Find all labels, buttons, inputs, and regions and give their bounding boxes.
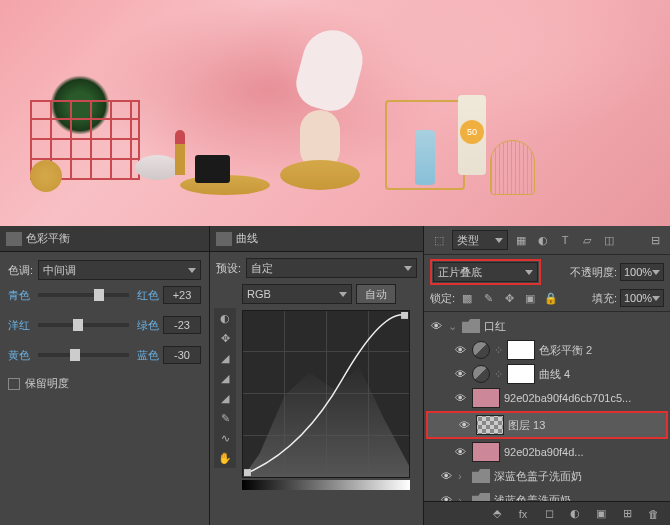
preset-select[interactable]: 自定 xyxy=(246,258,417,278)
filter-type-icon[interactable]: T xyxy=(556,232,574,248)
layer-group-row[interactable]: 👁 ⌄ 口红 xyxy=(424,314,670,338)
slider-right-label: 蓝色 xyxy=(133,348,159,363)
preset-label: 预设: xyxy=(216,261,246,276)
layer-row[interactable]: 👁 ⁘ 曲线 4 xyxy=(424,362,670,386)
chevron-down-icon xyxy=(188,268,196,273)
visibility-toggle[interactable]: 👁 xyxy=(428,320,444,332)
balance-slider[interactable] xyxy=(38,353,129,357)
adjustment-icon xyxy=(472,341,490,359)
balance-slider[interactable] xyxy=(38,323,129,327)
kind-select[interactable]: 类型 xyxy=(452,230,508,250)
new-layer-icon[interactable]: ⊞ xyxy=(618,506,636,522)
curves-icon xyxy=(216,232,232,246)
sample-tool[interactable]: ✥ xyxy=(214,328,236,348)
slider-value-input[interactable]: -23 xyxy=(163,316,201,334)
expand-icon[interactable]: › xyxy=(458,470,468,482)
layer-thumbnail[interactable] xyxy=(476,415,504,435)
pencil-tool[interactable]: ✎ xyxy=(214,408,236,428)
black-point-tool[interactable]: ◢ xyxy=(214,348,236,368)
lock-label: 锁定: xyxy=(430,291,455,306)
layer-list[interactable]: 👁 ⌄ 口红 👁 ⁘ 色彩平衡 2 👁 ⁘ 曲线 4 👁 92e02ba90f4… xyxy=(424,312,670,525)
layer-group-row[interactable]: 👁 › 深蓝色盖子洗面奶 xyxy=(424,464,670,488)
layer-name[interactable]: 图层 13 xyxy=(508,418,545,433)
link-layers-icon[interactable]: ⬘ xyxy=(488,506,506,522)
fill-input[interactable]: 100% xyxy=(620,289,664,307)
layer-name[interactable]: 曲线 4 xyxy=(539,367,570,382)
layer-name[interactable]: 92e02ba90f4d... xyxy=(504,446,584,458)
layer-style-icon[interactable]: fx xyxy=(514,506,532,522)
slider-value-input[interactable]: +23 xyxy=(163,286,201,304)
target-adjust-tool[interactable]: ◐ xyxy=(214,308,236,328)
filter-toggle[interactable]: ⊟ xyxy=(646,232,664,248)
curve-graph[interactable] xyxy=(242,310,410,478)
smooth-tool[interactable]: ∿ xyxy=(214,428,236,448)
tone-select[interactable]: 中间调 xyxy=(38,260,201,280)
filter-smart-icon[interactable]: ◫ xyxy=(600,232,618,248)
slider-left-label: 青色 xyxy=(8,288,34,303)
balance-slider[interactable] xyxy=(38,293,129,297)
layer-thumbnail[interactable] xyxy=(472,388,500,408)
hand-tool[interactable]: ✋ xyxy=(214,448,236,468)
balance-slider-row: 青色 红色 +23 xyxy=(8,286,201,304)
preserve-luminosity-checkbox[interactable]: 保留明度 xyxy=(8,376,201,391)
kind-filter-icon[interactable]: ⬚ xyxy=(430,232,448,248)
slider-left-label: 洋红 xyxy=(8,318,34,333)
sunscreen-label: 50 xyxy=(460,120,484,144)
layer-mask-icon[interactable]: ◻ xyxy=(540,506,558,522)
layer-row[interactable]: 👁 92e02ba90f4d... xyxy=(424,440,670,464)
gray-point-tool[interactable]: ◢ xyxy=(214,368,236,388)
lock-position-icon[interactable]: ✥ xyxy=(500,290,518,306)
lipstick-box-graphic xyxy=(195,155,230,183)
mask-thumbnail[interactable] xyxy=(507,340,535,360)
visibility-toggle[interactable]: 👁 xyxy=(456,419,472,431)
filter-adjust-icon[interactable]: ◐ xyxy=(534,232,552,248)
color-balance-panel: 色彩平衡 色调: 中间调 青色 红色 +23 洋红 绿色 -23 黄色 蓝色 -… xyxy=(0,226,210,525)
layer-name[interactable]: 92e02ba90f4d6cb701c5... xyxy=(504,392,631,404)
layer-row[interactable]: 👁 92e02ba90f4d6cb701c5... xyxy=(424,386,670,410)
bottle-graphic xyxy=(415,130,435,185)
layer-name[interactable]: 色彩平衡 2 xyxy=(539,343,592,358)
visibility-toggle[interactable]: 👁 xyxy=(452,446,468,458)
opacity-input[interactable]: 100% xyxy=(620,263,664,281)
layer-row[interactable]: 👁 ⁘ 色彩平衡 2 xyxy=(424,338,670,362)
cage-graphic xyxy=(490,140,535,195)
panel-header[interactable]: 色彩平衡 xyxy=(0,226,209,252)
svg-rect-1 xyxy=(401,312,408,319)
balance-slider-row: 黄色 蓝色 -30 xyxy=(8,346,201,364)
slider-right-label: 红色 xyxy=(133,288,159,303)
visibility-toggle[interactable]: 👁 xyxy=(452,368,468,380)
expand-icon[interactable]: ⌄ xyxy=(448,320,458,333)
mask-thumbnail[interactable] xyxy=(507,364,535,384)
filter-pixel-icon[interactable]: ▦ xyxy=(512,232,530,248)
chevron-down-icon xyxy=(404,266,412,271)
folder-icon xyxy=(462,319,480,333)
document-canvas[interactable]: 50 xyxy=(0,0,670,226)
delete-layer-icon[interactable]: 🗑 xyxy=(644,506,662,522)
layer-name[interactable]: 口红 xyxy=(484,319,506,334)
visibility-toggle[interactable]: 👁 xyxy=(452,392,468,404)
auto-button[interactable]: 自动 xyxy=(356,284,396,304)
lock-paint-icon[interactable]: ✎ xyxy=(479,290,497,306)
layer-row[interactable]: 👁 图层 13 xyxy=(428,413,666,437)
filter-shape-icon[interactable]: ▱ xyxy=(578,232,596,248)
layer-thumbnail[interactable] xyxy=(472,442,500,462)
opacity-label: 不透明度: xyxy=(570,265,617,280)
svg-rect-0 xyxy=(244,469,251,476)
white-point-tool[interactable]: ◢ xyxy=(214,388,236,408)
curves-toolbar: ◐ ✥ ◢ ◢ ◢ ✎ ∿ ✋ xyxy=(214,308,236,468)
blend-mode-select[interactable]: 正片叠底 xyxy=(433,262,538,282)
new-group-icon[interactable]: ▣ xyxy=(592,506,610,522)
layer-name[interactable]: 深蓝色盖子洗面奶 xyxy=(494,469,582,484)
balance-slider-row: 洋红 绿色 -23 xyxy=(8,316,201,334)
channel-select[interactable]: RGB xyxy=(242,284,352,304)
lock-artboard-icon[interactable]: ▣ xyxy=(521,290,539,306)
panel-header[interactable]: 曲线 xyxy=(210,226,423,252)
visibility-toggle[interactable]: 👁 xyxy=(438,470,454,482)
lock-all-icon[interactable]: 🔒 xyxy=(542,290,560,306)
adjustment-layer-icon[interactable]: ◐ xyxy=(566,506,584,522)
lock-transparent-icon[interactable]: ▩ xyxy=(458,290,476,306)
visibility-toggle[interactable]: 👁 xyxy=(452,344,468,356)
input-gradient xyxy=(242,480,410,490)
slider-value-input[interactable]: -30 xyxy=(163,346,201,364)
adjustment-icon xyxy=(472,365,490,383)
